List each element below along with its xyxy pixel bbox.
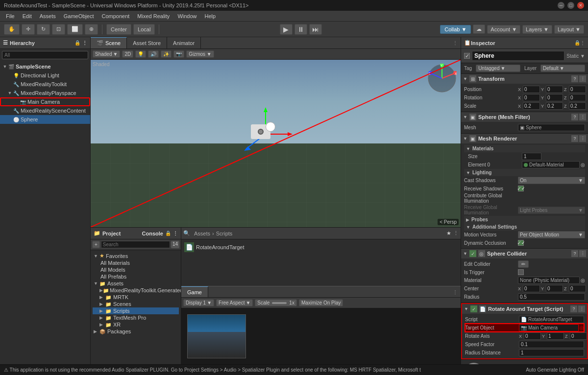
additional-settings-header[interactable]: ▼ Additional Settings — [464, 223, 585, 231]
mesh-filter-info-btn[interactable]: ? — [571, 114, 578, 120]
scale-control[interactable]: Scale 1x — [255, 299, 297, 306]
center-z[interactable] — [569, 285, 586, 292]
layout-btn[interactable]: Layout ▼ — [554, 25, 584, 34]
tool-rotate[interactable]: ↻ — [37, 24, 50, 35]
position-y[interactable] — [546, 86, 563, 93]
tab-animator[interactable]: Animator — [167, 37, 201, 48]
xr-item[interactable]: ▶ 📁 XR — [93, 321, 179, 328]
rotate-around-menu-btn[interactable]: ⋮ — [578, 305, 585, 312]
inspector-more-icon[interactable]: ⋮ — [580, 40, 585, 46]
gizmos-btn[interactable]: Gizmos ▼ — [186, 50, 214, 58]
all-materials-item[interactable]: All Materials — [93, 259, 179, 266]
motion-vectors-dropdown[interactable]: Per Object Motion ▼ — [518, 231, 585, 238]
rotation-x[interactable] — [523, 94, 540, 101]
menu-gameobject[interactable]: GameObject — [60, 12, 98, 20]
assets-options-icon[interactable]: ⋮ — [453, 230, 459, 236]
radius-distance-input[interactable] — [519, 349, 584, 356]
close-btn[interactable]: ✕ — [577, 2, 584, 9]
window-controls[interactable]: ─ □ ✕ — [558, 2, 584, 9]
obj-name-input[interactable] — [472, 51, 564, 61]
breadcrumb-assets[interactable]: Assets — [194, 231, 210, 236]
collab-btn[interactable]: Collab ▼ — [440, 25, 471, 34]
hier-item-mrtkcontent[interactable]: 🔧 MixedRealitySceneContent — [0, 106, 90, 115]
cast-shadows-dropdown[interactable]: On ▼ — [518, 177, 585, 184]
tool-custom[interactable]: ⊕ — [85, 24, 98, 35]
scene-viewport[interactable]: Shaded X Y — [91, 60, 461, 227]
obj-static-label[interactable]: Static ▼ — [566, 53, 585, 59]
scenes-item[interactable]: ▶ 📁 Scenes — [93, 301, 179, 307]
layer-dropdown[interactable]: Default ▼ — [540, 65, 585, 72]
rotate-around-header[interactable]: ▼ ✓ 📄 Rotate Around Target (Script) ? ⋮ — [462, 304, 587, 314]
center-y[interactable] — [546, 285, 563, 292]
center-btn[interactable]: Center — [106, 24, 131, 35]
hier-item-mrp[interactable]: ▼ 🔧 MixedRealityPlayspace — [0, 89, 90, 97]
scale-y[interactable] — [546, 102, 563, 110]
center-x[interactable] — [523, 285, 540, 292]
transform-info-btn[interactable]: ? — [571, 75, 578, 82]
mrtk-generated-item[interactable]: ▶ 📁 MixedRealityToolkit.Generated — [93, 287, 179, 294]
account-btn[interactable]: Account ▼ — [487, 25, 520, 34]
persp-label[interactable]: < Persp — [438, 219, 459, 225]
menu-component[interactable]: Component — [98, 12, 133, 20]
add-btn[interactable]: + — [92, 241, 100, 248]
project-lock-icon[interactable]: 🔒 — [165, 231, 171, 236]
mesh-renderer-header[interactable]: ▼ ▣ Mesh Renderer ? ⋮ — [461, 134, 588, 143]
hier-item-samplescene[interactable]: ▼ 🎬 SampleScene — [0, 62, 90, 71]
tag-dropdown[interactable]: Untagged ▼ — [476, 65, 520, 72]
dynamic-occlusion-checkbox[interactable]: ✓ — [518, 240, 524, 246]
tool-move[interactable]: ✛ — [22, 24, 35, 35]
mesh-filter-header[interactable]: ▼ ▣ Sphere (Mesh Filter) ? ⋮ — [461, 112, 588, 122]
hier-item-maincamera[interactable]: 📷 Main Camera — [0, 97, 90, 106]
assets-header[interactable]: ▼ 📁 Assets — [93, 280, 179, 287]
script-value[interactable]: 📄 RotateAroundTarget — [519, 316, 584, 323]
mesh-value[interactable]: ▣ Sphere — [518, 124, 585, 131]
menu-file[interactable]: File — [2, 12, 19, 20]
is-trigger-checkbox[interactable] — [518, 269, 524, 275]
collider-material-picker[interactable]: ◎ — [581, 278, 585, 283]
tool-hand[interactable]: ✋ — [4, 24, 20, 35]
transform-menu-btn[interactable]: ⋮ — [579, 75, 586, 82]
play-btn[interactable]: ▶ — [280, 24, 293, 35]
mesh-filter-menu-btn[interactable]: ⋮ — [579, 114, 586, 120]
project-search-input[interactable] — [101, 241, 170, 248]
mesh-renderer-menu-btn[interactable]: ⋮ — [579, 135, 586, 142]
favorites-header[interactable]: ▼ ★ Favorites — [93, 252, 179, 259]
console-tab-label[interactable]: Console — [142, 231, 163, 236]
scene-camera-btn[interactable]: 📷 — [173, 50, 184, 58]
speed-factor-input[interactable] — [519, 341, 584, 348]
packages-item[interactable]: ▶ 📦 Packages — [93, 328, 179, 335]
all-models-item[interactable]: All Models — [93, 266, 179, 273]
mode-2d-btn[interactable]: 2D — [122, 50, 133, 58]
target-picker-btn[interactable]: ◎ — [580, 325, 584, 330]
element0-picker[interactable]: ◎ — [581, 162, 585, 167]
sphere-collider-info-btn[interactable]: ? — [571, 250, 578, 257]
pause-btn[interactable]: ⏸ — [294, 24, 307, 35]
menu-edit[interactable]: Edit — [19, 12, 36, 20]
position-x[interactable] — [523, 86, 540, 93]
tab-asset-store[interactable]: Asset Store — [127, 37, 167, 48]
layers-btn[interactable]: Layers ▼ — [522, 25, 552, 34]
collider-material-value[interactable]: None (Physic Material) — [518, 277, 580, 284]
hierarchy-search-input[interactable] — [2, 51, 88, 59]
maximize-on-play-btn[interactable]: Maximize On Play — [299, 299, 343, 306]
rotation-y[interactable] — [546, 94, 563, 101]
target-object-value[interactable]: 📷 Main Camera — [519, 324, 579, 331]
tool-rect[interactable]: ⬜ — [67, 24, 83, 35]
scale-z[interactable] — [569, 102, 586, 110]
rotate-axis-x[interactable] — [524, 332, 541, 340]
rotate-axis-z[interactable] — [570, 332, 587, 340]
obj-active-checkbox[interactable]: ✓ — [464, 53, 470, 59]
menu-mixedreality[interactable]: Mixed Reality — [133, 12, 173, 20]
fx-btn[interactable]: ✨ — [161, 50, 172, 58]
all-prefabs-item[interactable]: All Prefabs — [93, 273, 179, 280]
asset-rotatearoundtarget[interactable]: 📄 RotateAroundTarget — [183, 241, 245, 253]
sphere-collider-check[interactable]: ✓ — [469, 250, 476, 257]
scene-more-btn[interactable]: ⋮ — [450, 40, 461, 46]
inspector-lock-icon[interactable]: 🔒 — [574, 40, 580, 46]
element0-value[interactable]: Default-Material — [522, 161, 580, 168]
local-btn[interactable]: Local — [133, 24, 155, 35]
cloud-btn[interactable]: ☁ — [473, 24, 485, 34]
game-more-btn[interactable]: ⋮ — [450, 289, 461, 295]
hier-item-directional-light[interactable]: 💡 Directional Light — [0, 71, 90, 80]
shading-dropdown[interactable]: Shaded ▼ — [93, 50, 120, 58]
